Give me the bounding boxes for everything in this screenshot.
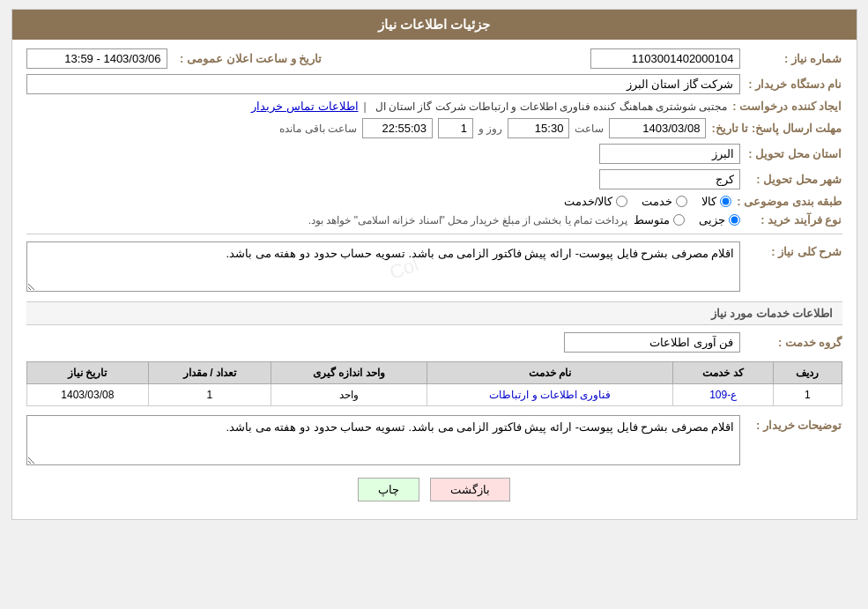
- ejadKonande-text: مجتبی شوشتری هماهنگ کننده فناوری اطلاعات…: [375, 100, 728, 113]
- shomareNiaz-label: شماره نیاز :: [746, 52, 842, 65]
- sharh-label: شرح کلی نیاز :: [746, 245, 842, 258]
- page-header: جزئیات اطلاعات نیاز: [12, 10, 857, 40]
- tabe-label: طبقه بندی موضوعی :: [737, 195, 842, 208]
- radio-kala: کالا: [701, 195, 731, 208]
- namDastgah-input: [26, 74, 740, 94]
- col-kod: کد خدمت: [673, 362, 774, 384]
- mohlat-mande: [362, 118, 433, 138]
- page-title: جزئیات اطلاعات نیاز: [378, 17, 490, 32]
- ostan-input: [599, 144, 740, 164]
- sharh-textarea[interactable]: اقلام مصرفی بشرح فایل پیوست- ارائه پیش ف…: [26, 241, 740, 292]
- buttons-row: بازگشت چاپ: [26, 478, 842, 501]
- mohlat-time: [508, 118, 569, 138]
- col-name: نام خدمت: [427, 362, 673, 384]
- noeFarayand-label: نوع فرآیند خرید :: [746, 213, 842, 227]
- shahr-input: [599, 169, 740, 189]
- shomareNiaz-input: [590, 48, 740, 69]
- farayand-note: پرداخت تمام یا بخشی از مبلغ خریدار محل "…: [308, 214, 628, 227]
- khadamat-section-title: اطلاعات خدمات مورد نیاز: [26, 301, 842, 325]
- col-tarikh: تاریخ نیاز: [26, 362, 149, 384]
- namDastgah-label: نام دستگاه خریدار :: [746, 78, 842, 91]
- grohe-label: گروه خدمت :: [746, 336, 842, 349]
- back-button[interactable]: بازگشت: [430, 478, 510, 501]
- col-vahed: واحد اندازه گیری: [271, 362, 427, 384]
- grohe-input: [564, 332, 740, 353]
- table-row: 1ع-109فناوری اطلاعات و ارتباطاتواحد11403…: [26, 384, 842, 406]
- ostan-label: استان محل تحویل :: [746, 147, 842, 160]
- col-tedad: تعداد / مقدار: [149, 362, 271, 384]
- print-button[interactable]: چاپ: [358, 478, 419, 501]
- shahr-label: شهر محل تحویل :: [746, 173, 842, 186]
- radio-khedmat: خدمت: [642, 195, 687, 208]
- contact-link[interactable]: اطلاعات تماس خریدار: [251, 100, 358, 113]
- services-table: ردیف کد خدمت نام خدمت واحد اندازه گیری ت…: [26, 361, 842, 406]
- ejadKonande-label: ایجاد کننده درخواست :: [732, 100, 842, 113]
- tosif-label: توضیحات خریدار :: [746, 419, 842, 432]
- mohlat-label: مهلت ارسال پاسخ: تا تاریخ:: [711, 122, 842, 135]
- mohlat-rooz: [438, 118, 473, 138]
- tarikh-label: تاریخ و ساعت اعلان عمومی :: [173, 52, 323, 65]
- tabe-radio-group: کالا خدمت کالا/خدمت: [564, 195, 732, 208]
- tosif-textarea[interactable]: اقلام مصرفی بشرح فایل پیوست- ارائه پیش ف…: [26, 415, 740, 465]
- tarikh-input: [26, 48, 167, 69]
- mohlat-date: [609, 118, 706, 138]
- radio-motevaset: متوسط: [634, 213, 685, 227]
- services-table-section: ردیف کد خدمت نام خدمت واحد اندازه گیری ت…: [26, 361, 842, 406]
- radio-jozi: جزیی: [699, 213, 740, 227]
- col-radif: ردیف: [774, 362, 842, 384]
- radio-kala-khedmat: کالا/خدمت: [564, 195, 628, 208]
- noeFarayand-radio-group: جزیی متوسط: [634, 213, 740, 227]
